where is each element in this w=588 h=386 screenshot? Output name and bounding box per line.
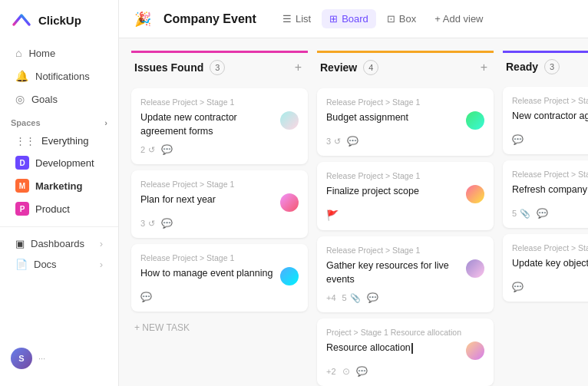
board-view-tab[interactable]: ⊞ Board (322, 9, 376, 28)
comment-icon: 💬 (512, 282, 524, 292)
task-footer: 🚩 (326, 209, 484, 221)
cursor-indicator (411, 343, 413, 354)
sidebar-item-docs[interactable]: 📄 Docs › (5, 254, 114, 275)
user-footer[interactable]: S ··· (0, 340, 118, 377)
task-title-row: How to manage event planning (140, 267, 299, 285)
box-view-tab[interactable]: ⊡ Box (379, 9, 424, 28)
column-title-review: Review (320, 61, 357, 74)
column-count-review: 4 (363, 60, 378, 75)
task-title-row: Finalize project scope (326, 185, 484, 203)
task-card[interactable]: Release Project > Stage 1 Finalize proje… (317, 162, 494, 230)
task-title-row: Budget assignment (326, 111, 484, 130)
task-card[interactable]: Project > Stage 1 Resource allocation Re… (317, 318, 494, 386)
plus-count: +2 (326, 367, 336, 376)
home-icon: ⌂ (15, 47, 21, 59)
count-icon: 2 (140, 145, 145, 154)
column-count-issues-found: 3 (210, 60, 225, 75)
bell-icon: 🔔 (15, 70, 28, 82)
task-title: Budget assignment (326, 111, 461, 125)
sidebar-item-home[interactable]: ⌂ Home (5, 41, 114, 64)
cycle-icon: ↺ (148, 219, 155, 229)
task-card[interactable]: Release Project > Stage 1 Budget assignm… (317, 88, 494, 156)
column-add-button-issues-found[interactable]: + (292, 59, 305, 76)
comment-icon: 💬 (537, 208, 548, 219)
docs-chevron-icon: › (100, 259, 103, 270)
task-title: Finalize project scope (326, 185, 461, 199)
sidebar-item-marketing[interactable]: M Marketing (5, 174, 114, 197)
sidebar-item-everything[interactable]: ⋮⋮ Everything (5, 130, 114, 151)
task-card[interactable]: Release Project > Stage 1 How to manage … (131, 244, 308, 312)
column-issues-found: Issues Found 3 + Release Project > Stage… (131, 51, 308, 374)
column-title-group: Ready 3 (506, 59, 560, 74)
avatar (280, 267, 299, 285)
event-icon: 🎉 (134, 11, 151, 28)
task-card[interactable]: Release Project > Stage 1 Gather key res… (317, 236, 494, 312)
task-card[interactable]: Release Project > Stage 1 Refresh compan… (503, 160, 588, 228)
task-title-row: Refresh company website (512, 183, 588, 202)
task-footer: 5 📎 💬 (512, 208, 588, 219)
task-title-row: Gather key resources for live events (326, 259, 484, 286)
task-footer: 💬 (140, 292, 299, 302)
task-breadcrumb: Release Project > Stage 1 (512, 170, 588, 179)
list-icon: ☰ (282, 13, 292, 25)
task-card[interactable]: Release Project > Stage 1 Plan for next … (131, 170, 308, 238)
task-footer: +2 ⊙ 💬 (326, 366, 484, 377)
sidebar-item-home-label: Home (28, 48, 55, 59)
sidebar-item-development[interactable]: D Development (5, 151, 114, 174)
task-title: Update key objectives (512, 257, 588, 271)
column-ready: Ready 3 Release Project > Stage 1 New co… (503, 51, 588, 374)
task-card[interactable]: Release Project > Stage 1 Update key obj… (503, 234, 588, 302)
column-header-ready: Ready 3 (503, 51, 588, 81)
list-view-tab[interactable]: ☰ List (275, 9, 319, 28)
user-menu-dots: ··· (38, 354, 45, 363)
dashboards-chevron-icon: › (100, 238, 103, 249)
sidebar-item-goals[interactable]: ◎ Goals (5, 87, 114, 111)
sidebar: ClickUp ⌂ Home 🔔 Notifications ◎ Goals S… (0, 0, 119, 386)
view-nav: ☰ List ⊞ Board ⊡ Box + Add view (275, 9, 491, 28)
task-title: Plan for next year (140, 193, 276, 207)
comment-icon: 💬 (161, 144, 173, 155)
board-area: Issues Found 3 + Release Project > Stage… (119, 38, 588, 386)
development-dot: D (15, 156, 29, 170)
page-title: Company Event (164, 12, 256, 26)
column-header-issues-found: Issues Found 3 + (131, 51, 308, 82)
task-meta: +4 (326, 293, 336, 302)
avatar (466, 341, 484, 360)
column-title-ready: Ready (506, 61, 538, 73)
column-title-group: Issues Found 3 (134, 60, 225, 75)
task-card[interactable]: Release Project > Stage 1 Update new con… (131, 88, 308, 164)
logo-text: ClickUp (38, 14, 81, 27)
task-meta: 5 📎 (512, 209, 530, 219)
task-title-row: New contractor agreement (512, 110, 588, 128)
comment-icon: 💬 (161, 218, 173, 229)
new-task-button[interactable]: + NEW TASK (131, 318, 308, 338)
task-breadcrumb: Release Project > Stage 1 (326, 171, 484, 180)
comment-icon: 💬 (367, 292, 378, 303)
column-add-button-review[interactable]: + (477, 59, 491, 76)
box-icon: ⊡ (387, 13, 395, 25)
task-breadcrumb: Release Project > Stage 1 (140, 253, 299, 262)
goals-icon: ◎ (15, 93, 25, 105)
task-title-row: Plan for next year (140, 193, 299, 212)
attach-count: 5 (512, 209, 517, 218)
plus-count: +4 (326, 293, 336, 302)
avatar (466, 185, 484, 203)
docs-icon: 📄 (15, 259, 28, 270)
sidebar-item-dashboards[interactable]: ▣ Dashboards › (5, 233, 114, 254)
comment-icon: 💬 (347, 136, 358, 147)
task-footer: +4 5 📎 💬 (326, 292, 484, 303)
comment-icon: 💬 (140, 292, 152, 302)
task-meta: 5 📎 (342, 293, 361, 303)
logo[interactable]: ClickUp (0, 9, 118, 41)
sidebar-item-notifications[interactable]: 🔔 Notifications (5, 64, 114, 87)
task-meta: 2 ↺ (140, 145, 155, 155)
task-card[interactable]: Release Project > Stage 1 New contractor… (503, 87, 588, 154)
main-content: 🎉 Company Event ☰ List ⊞ Board ⊡ Box + A… (119, 0, 588, 386)
column-review: Review 4 + Release Project > Stage 1 Bud… (317, 51, 494, 374)
add-view-button[interactable]: + Add view (427, 9, 491, 28)
column-title-issues-found: Issues Found (134, 61, 203, 74)
task-meta: 3 ↺ (140, 219, 155, 229)
avatar (280, 193, 299, 212)
attach-count: 5 (342, 293, 347, 302)
sidebar-item-product[interactable]: P Product (5, 197, 114, 220)
